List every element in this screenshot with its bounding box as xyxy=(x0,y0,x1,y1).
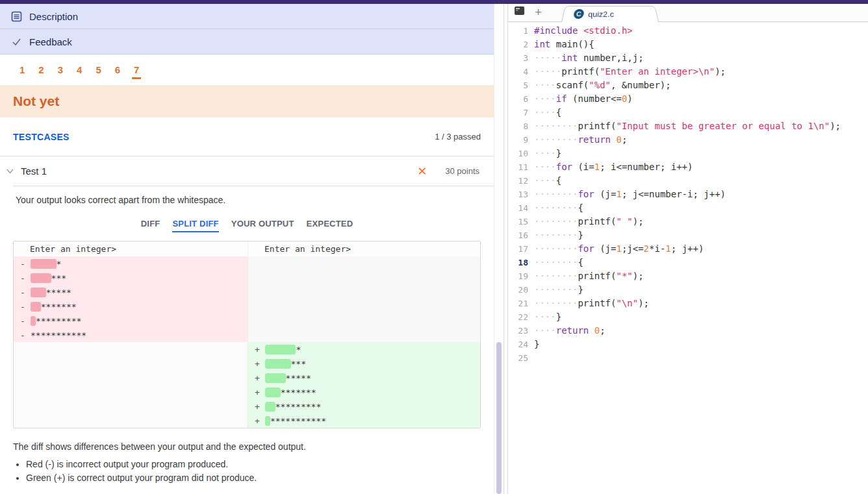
test-failed-x-icon[interactable]: ✕ xyxy=(417,164,427,179)
main-layout: Description Feedback 1234567 Not yet TES… xyxy=(0,4,868,494)
page-button-5[interactable]: 5 xyxy=(94,64,103,79)
diff-stars-text: ***** xyxy=(286,373,311,383)
test-row[interactable]: Test 1 ✕ 30 points xyxy=(0,156,494,186)
code-line[interactable]: 4·····printf("Enter an integer>\n"); xyxy=(508,65,868,79)
code-token: ; i<=number; i++) xyxy=(600,160,693,174)
diff-row: -********* xyxy=(14,314,480,328)
code-line[interactable]: 3·····int number,i,j; xyxy=(508,51,868,65)
code-line[interactable]: 7····{ xyxy=(508,106,868,119)
diff-stars-text: *** xyxy=(291,359,306,369)
whitespace-diff-block xyxy=(265,402,275,412)
diff-removed-line: -*********** xyxy=(14,328,248,342)
code-token: printf( xyxy=(578,119,616,133)
code-line[interactable]: 1#include <stdio.h> xyxy=(508,24,868,38)
diff-removed-line: -* xyxy=(14,256,248,271)
diff-empty-cell xyxy=(14,342,248,356)
code-editor[interactable]: 1#include <stdio.h>2int main(){3·····int… xyxy=(508,22,868,494)
code-line[interactable]: 20········} xyxy=(508,283,868,297)
line-number: 9 xyxy=(508,133,534,147)
code-token: ; xyxy=(600,324,605,338)
code-token: printf( xyxy=(578,297,616,310)
page-button-1[interactable]: 1 xyxy=(18,64,27,79)
whitespace-diff-block xyxy=(265,345,296,354)
code-token: } xyxy=(534,338,539,351)
chevron-down-icon[interactable] xyxy=(5,166,15,176)
code-line[interactable]: 21········printf("\n"); xyxy=(508,297,868,310)
code-token: ) xyxy=(627,92,632,106)
code-line[interactable]: 5····scanf("%d", &number); xyxy=(508,79,868,92)
code-token: for xyxy=(578,242,594,256)
diff-marker: + xyxy=(255,373,265,383)
code-line[interactable]: 13········for (j=1; j<=number-i; j++) xyxy=(508,188,868,201)
code-line[interactable]: 9········return 0; xyxy=(508,133,868,147)
code-token: } xyxy=(578,228,583,242)
diff-row: -*** xyxy=(14,271,480,285)
line-number: 4 xyxy=(508,65,534,79)
line-number: 5 xyxy=(508,79,534,92)
diff-added-line: +* xyxy=(248,342,480,356)
code-line[interactable]: 6····if (number<=0) xyxy=(508,92,868,106)
line-number: 25 xyxy=(508,351,534,365)
code-token: 0 xyxy=(622,92,627,106)
page-button-3[interactable]: 3 xyxy=(56,64,65,79)
line-number: 24 xyxy=(508,338,534,351)
diff-header-left: Enter an integer> xyxy=(14,241,248,256)
testcases-header: TESTCASES 1 / 3 passed xyxy=(0,117,494,156)
panel-splitter[interactable] xyxy=(504,4,508,494)
code-line[interactable]: 19········printf("*"); xyxy=(508,269,868,283)
new-tab-plus-icon[interactable]: + xyxy=(535,6,542,18)
code-line[interactable]: 25 xyxy=(508,351,868,365)
code-line[interactable]: 15········printf(" "); xyxy=(508,215,868,228)
code-token: main(){ xyxy=(550,38,594,51)
code-line[interactable]: 11····for (i=1; i<=number; i++) xyxy=(508,160,868,174)
code-token: ········ xyxy=(534,119,578,133)
left-panel-scrollbar[interactable] xyxy=(494,4,504,494)
feedback-panel: Description Feedback 1234567 Not yet TES… xyxy=(0,4,494,494)
code-line[interactable]: 17········for (j=1;j<=2*i-1; j++) xyxy=(508,242,868,256)
code-token: { xyxy=(556,106,561,119)
diff-tab-your-output[interactable]: YOUR OUTPUT xyxy=(231,219,294,232)
section-description[interactable]: Description xyxy=(0,4,494,29)
diff-stars-text: *********** xyxy=(270,416,326,426)
diff-footnote: The diff shows differences between your … xyxy=(13,441,494,452)
code-line[interactable]: 22····} xyxy=(508,310,868,324)
legend-item: Green (+) is correct output your program… xyxy=(26,473,494,483)
code-token: ); xyxy=(633,215,644,228)
code-line[interactable]: 18········{ xyxy=(508,256,868,269)
diff-marker: - xyxy=(20,316,31,326)
code-line[interactable]: 12····{ xyxy=(508,174,868,188)
diff-row: Enter an integer>Enter an integer> xyxy=(14,241,480,256)
page-button-7[interactable]: 7 xyxy=(132,64,141,79)
tabbar-icons: + xyxy=(515,4,542,21)
page-button-2[interactable]: 2 xyxy=(36,64,45,79)
code-token: 0 xyxy=(594,324,600,338)
code-line[interactable]: 23····return 0; xyxy=(508,324,868,338)
diff-tab-split-diff[interactable]: SPLIT DIFF xyxy=(172,219,218,232)
sidebar-toggle-icon[interactable] xyxy=(515,6,524,18)
diff-tab-diff[interactable]: DIFF xyxy=(141,219,160,232)
section-feedback[interactable]: Feedback xyxy=(0,29,494,55)
code-token: ········ xyxy=(534,269,578,283)
diff-row: +***** xyxy=(14,371,480,385)
code-line[interactable]: 8········printf("Input must be greater o… xyxy=(508,119,868,133)
line-number: 2 xyxy=(508,38,534,51)
code-token: "Input must be greater or equal to 1\n" xyxy=(616,119,830,133)
diff-tab-expected[interactable]: EXPECTED xyxy=(307,219,353,232)
status-banner: Not yet xyxy=(0,85,494,117)
page-button-6[interactable]: 6 xyxy=(113,64,122,79)
code-line[interactable]: 2int main(){ xyxy=(508,38,868,51)
whitespace-diff-block xyxy=(31,288,46,297)
diff-empty-cell xyxy=(248,271,480,285)
code-token: ········ xyxy=(534,188,578,201)
code-token: ········ xyxy=(534,256,578,269)
code-line[interactable]: 24} xyxy=(508,338,868,351)
file-tab[interactable]: C quiz2.c xyxy=(561,6,659,22)
line-number: 7 xyxy=(508,106,534,119)
code-token xyxy=(578,24,583,38)
code-line[interactable]: 14········{ xyxy=(508,201,868,215)
diff-row: -* xyxy=(14,256,480,271)
scrollbar-thumb[interactable] xyxy=(496,342,502,494)
code-line[interactable]: 10····} xyxy=(508,147,868,160)
code-line[interactable]: 16········} xyxy=(508,228,868,242)
page-button-4[interactable]: 4 xyxy=(75,64,84,79)
